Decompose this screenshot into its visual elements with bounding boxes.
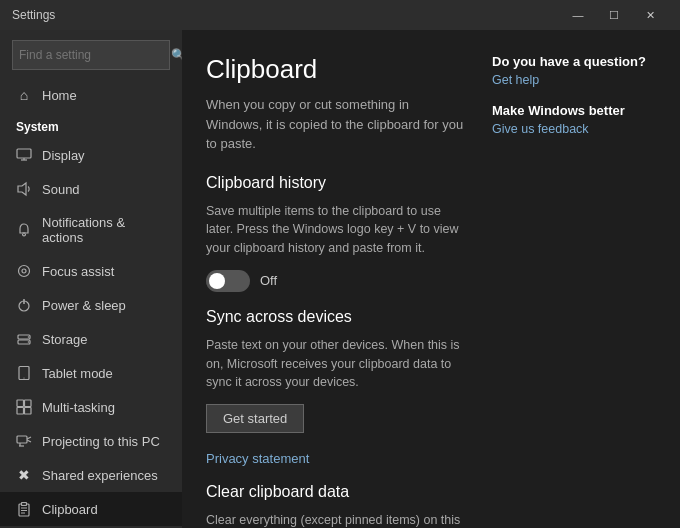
- svg-point-14: [23, 377, 24, 378]
- search-input[interactable]: [19, 48, 169, 62]
- tablet-icon: [16, 365, 32, 381]
- sidebar-item-multitasking[interactable]: Multi-tasking: [0, 390, 182, 424]
- storage-icon: [16, 331, 32, 347]
- make-better-label: Make Windows better: [492, 103, 652, 118]
- svg-point-6: [22, 269, 26, 273]
- svg-rect-18: [25, 408, 32, 415]
- sidebar-item-label: Clipboard: [42, 502, 98, 517]
- sidebar-item-label: Display: [42, 148, 85, 163]
- history-toggle[interactable]: [206, 270, 250, 292]
- svg-rect-15: [17, 400, 24, 407]
- maximize-button[interactable]: ☐: [596, 0, 632, 30]
- sound-icon: [16, 181, 32, 197]
- svg-rect-19: [17, 436, 27, 443]
- svg-rect-17: [17, 408, 24, 415]
- main-content: Clipboard When you copy or cut something…: [182, 30, 680, 528]
- sidebar-item-tablet[interactable]: Tablet mode: [0, 356, 182, 390]
- sidebar-item-storage[interactable]: Storage: [0, 322, 182, 356]
- projecting-icon: [16, 433, 32, 449]
- multitasking-icon: [16, 399, 32, 415]
- section-sync-description: Paste text on your other devices. When t…: [206, 336, 468, 392]
- sidebar-item-home[interactable]: ⌂ Home: [0, 78, 182, 112]
- side-question: Do you have a question?: [492, 54, 652, 69]
- privacy-link[interactable]: Privacy statement: [206, 451, 309, 466]
- power-icon: [16, 297, 32, 313]
- display-icon: [16, 147, 32, 163]
- section-sync-title: Sync across devices: [206, 308, 468, 326]
- minimize-button[interactable]: —: [560, 0, 596, 30]
- sidebar-item-label: Tablet mode: [42, 366, 113, 381]
- sidebar-section-label: System: [0, 112, 182, 138]
- get-started-button[interactable]: Get started: [206, 404, 304, 433]
- sidebar-item-label: Shared experiences: [42, 468, 158, 483]
- sidebar-item-sound[interactable]: Sound: [0, 172, 182, 206]
- close-button[interactable]: ✕: [632, 0, 668, 30]
- clipboard-icon: [16, 501, 32, 517]
- sidebar-item-power[interactable]: Power & sleep: [0, 288, 182, 322]
- history-toggle-row: Off: [206, 270, 468, 292]
- content-main: Clipboard When you copy or cut something…: [206, 54, 468, 504]
- sidebar-item-shared[interactable]: ✖ Shared experiences: [0, 458, 182, 492]
- get-help-link[interactable]: Get help: [492, 73, 652, 87]
- section-clear-description: Clear everything (except pinned items) o…: [206, 511, 468, 528]
- app-container: 🔍 ⌂ Home System Display Sound Notificati…: [0, 30, 680, 528]
- feedback-link[interactable]: Give us feedback: [492, 122, 652, 136]
- svg-rect-16: [25, 400, 32, 407]
- search-icon: 🔍: [171, 48, 182, 62]
- titlebar: Settings — ☐ ✕: [0, 0, 680, 30]
- svg-line-20: [27, 437, 31, 439]
- sidebar-item-notifications[interactable]: Notifications & actions: [0, 206, 182, 254]
- page-title: Clipboard: [206, 54, 468, 85]
- svg-rect-0: [17, 149, 31, 158]
- section-history-title: Clipboard history: [206, 174, 468, 192]
- svg-point-12: [28, 341, 30, 343]
- sidebar-item-label: Projecting to this PC: [42, 434, 160, 449]
- page-description: When you copy or cut something in Window…: [206, 95, 468, 154]
- sidebar: 🔍 ⌂ Home System Display Sound Notificati…: [0, 30, 182, 528]
- svg-point-5: [19, 266, 30, 277]
- sidebar-item-label: Home: [42, 88, 77, 103]
- svg-point-11: [28, 336, 30, 338]
- notifications-icon: [16, 222, 32, 238]
- sidebar-item-focus[interactable]: Focus assist: [0, 254, 182, 288]
- shared-icon: ✖: [16, 467, 32, 483]
- sidebar-item-label: Power & sleep: [42, 298, 126, 313]
- svg-marker-3: [18, 183, 26, 195]
- titlebar-title: Settings: [12, 8, 55, 22]
- titlebar-controls: — ☐ ✕: [560, 0, 668, 30]
- focus-icon: [16, 263, 32, 279]
- home-icon: ⌂: [16, 87, 32, 103]
- sidebar-item-label: Focus assist: [42, 264, 114, 279]
- sidebar-item-projecting[interactable]: Projecting to this PC: [0, 424, 182, 458]
- svg-rect-25: [22, 503, 27, 506]
- svg-line-21: [27, 440, 31, 442]
- search-box[interactable]: 🔍: [12, 40, 170, 70]
- sidebar-item-label: Notifications & actions: [42, 215, 166, 245]
- section-clear-title: Clear clipboard data: [206, 483, 468, 501]
- sidebar-item-display[interactable]: Display: [0, 138, 182, 172]
- section-history-description: Save multiple items to the clipboard to …: [206, 202, 468, 258]
- history-toggle-label: Off: [260, 273, 277, 288]
- sidebar-item-label: Storage: [42, 332, 88, 347]
- content-side: Do you have a question? Get help Make Wi…: [492, 54, 652, 504]
- sidebar-item-clipboard[interactable]: Clipboard: [0, 492, 182, 526]
- sidebar-item-label: Sound: [42, 182, 80, 197]
- sidebar-item-label: Multi-tasking: [42, 400, 115, 415]
